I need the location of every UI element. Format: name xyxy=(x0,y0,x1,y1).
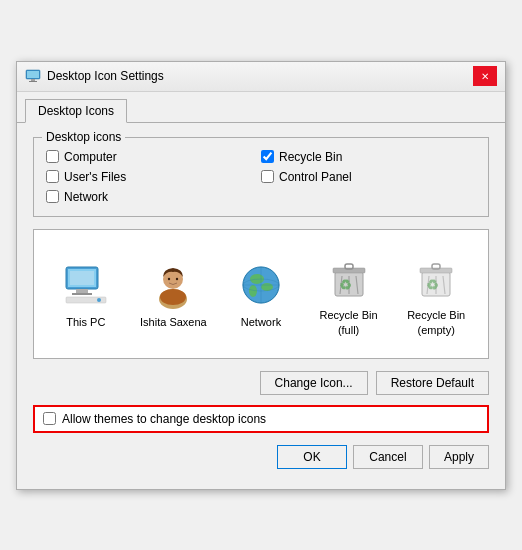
icon-recycle-empty[interactable]: ♻ Recycle Bin(empty) xyxy=(398,250,474,341)
svg-rect-1 xyxy=(27,71,39,78)
userfiles-checkbox[interactable] xyxy=(46,170,59,183)
network-label: Network xyxy=(241,315,281,329)
icon-ishita-saxena[interactable]: Ishita Saxena xyxy=(135,257,211,333)
recycle-full-label: Recycle Bin(full) xyxy=(320,308,378,337)
close-button[interactable]: ✕ xyxy=(473,66,497,86)
recycle-checkbox[interactable] xyxy=(261,150,274,163)
desktop-icons-group: Desktop icons Computer Recycle Bin User'… xyxy=(33,137,489,217)
icons-preview-area: This PC I xyxy=(33,229,489,359)
allow-themes-checkbox[interactable] xyxy=(43,412,56,425)
icon-recycle-full[interactable]: ♻ Recycle Bin(full) xyxy=(311,250,387,341)
cancel-button[interactable]: Cancel xyxy=(353,445,423,469)
ishita-saxena-label: Ishita Saxena xyxy=(140,315,207,329)
svg-rect-36 xyxy=(432,264,440,269)
recycle-empty-icon: ♻ xyxy=(412,254,460,302)
dialog-title: Desktop Icon Settings xyxy=(47,69,473,83)
userfiles-label[interactable]: User's Files xyxy=(64,170,126,184)
recycle-checkbox-row: Recycle Bin xyxy=(261,150,476,164)
bottom-buttons: OK Cancel Apply xyxy=(33,445,489,475)
svg-point-10 xyxy=(97,298,101,302)
svg-point-12 xyxy=(160,289,186,305)
title-bar: Desktop Icon Settings ✕ xyxy=(17,62,505,92)
svg-rect-6 xyxy=(70,271,94,285)
svg-text:♻: ♻ xyxy=(426,277,439,293)
tab-desktop-icons[interactable]: Desktop Icons xyxy=(25,99,127,123)
this-pc-icon xyxy=(62,261,110,309)
svg-point-15 xyxy=(176,278,178,280)
svg-rect-8 xyxy=(72,293,92,295)
svg-point-14 xyxy=(168,278,170,280)
group-legend: Desktop icons xyxy=(42,130,125,144)
computer-checkbox-row: Computer xyxy=(46,150,261,164)
this-pc-label: This PC xyxy=(66,315,105,329)
dialog-icon xyxy=(25,68,41,84)
computer-checkbox[interactable] xyxy=(46,150,59,163)
computer-label[interactable]: Computer xyxy=(64,150,117,164)
ok-button[interactable]: OK xyxy=(277,445,347,469)
svg-text:♻: ♻ xyxy=(339,277,352,293)
svg-rect-7 xyxy=(76,289,88,293)
icon-this-pc[interactable]: This PC xyxy=(48,257,124,333)
recycle-label[interactable]: Recycle Bin xyxy=(279,150,342,164)
network-checkbox[interactable] xyxy=(46,190,59,203)
svg-rect-3 xyxy=(29,81,37,82)
icon-button-row: Change Icon... Restore Default xyxy=(33,371,489,395)
controlpanel-checkbox-row: Control Panel xyxy=(261,170,476,184)
recycle-full-icon: ♻ xyxy=(325,254,373,302)
network-checkbox-row: Network xyxy=(46,190,261,204)
allow-themes-label[interactable]: Allow themes to change desktop icons xyxy=(62,412,266,426)
checkbox-grid: Computer Recycle Bin User's Files Contro… xyxy=(46,150,476,204)
user-icon xyxy=(149,261,197,309)
svg-rect-2 xyxy=(31,79,35,81)
icon-network[interactable]: Network xyxy=(223,257,299,333)
network-icon xyxy=(237,261,285,309)
dialog: Desktop Icon Settings ✕ Desktop Icons De… xyxy=(16,61,506,490)
apply-button[interactable]: Apply xyxy=(429,445,489,469)
content-area: Desktop icons Computer Recycle Bin User'… xyxy=(17,123,505,489)
tab-bar: Desktop Icons xyxy=(17,92,505,123)
userfiles-checkbox-row: User's Files xyxy=(46,170,261,184)
change-icon-button[interactable]: Change Icon... xyxy=(260,371,368,395)
restore-default-button[interactable]: Restore Default xyxy=(376,371,489,395)
svg-rect-29 xyxy=(345,264,353,269)
controlpanel-label[interactable]: Control Panel xyxy=(279,170,352,184)
network-label[interactable]: Network xyxy=(64,190,108,204)
recycle-empty-label: Recycle Bin(empty) xyxy=(407,308,465,337)
controlpanel-checkbox[interactable] xyxy=(261,170,274,183)
allow-themes-row: Allow themes to change desktop icons xyxy=(33,405,489,433)
